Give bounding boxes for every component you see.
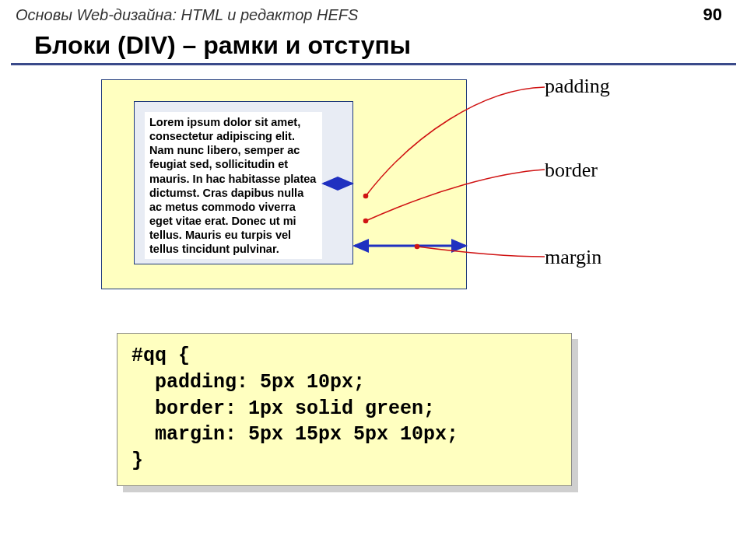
header-subject: Основы Web-дизайна: HTML и редактор HEFS — [16, 6, 358, 24]
code-block: #qq { padding: 5px 10px; border: 1px sol… — [117, 333, 572, 486]
slide-title: Блоки (DIV) – рамки и отступы — [0, 26, 747, 63]
header-bar: Основы Web-дизайна: HTML и редактор HEFS… — [0, 0, 747, 26]
label-border: border — [545, 159, 598, 182]
box-model-diagram: Lorem ipsum dolor sit amet, consectetur … — [0, 65, 747, 306]
label-padding: padding — [545, 75, 610, 98]
content-box: Lorem ipsum dolor sit amet, consectetur … — [145, 112, 322, 259]
page-number: 90 — [703, 5, 731, 25]
label-margin: margin — [545, 246, 601, 269]
code-sample: #qq { padding: 5px 10px; border: 1px sol… — [117, 333, 572, 486]
